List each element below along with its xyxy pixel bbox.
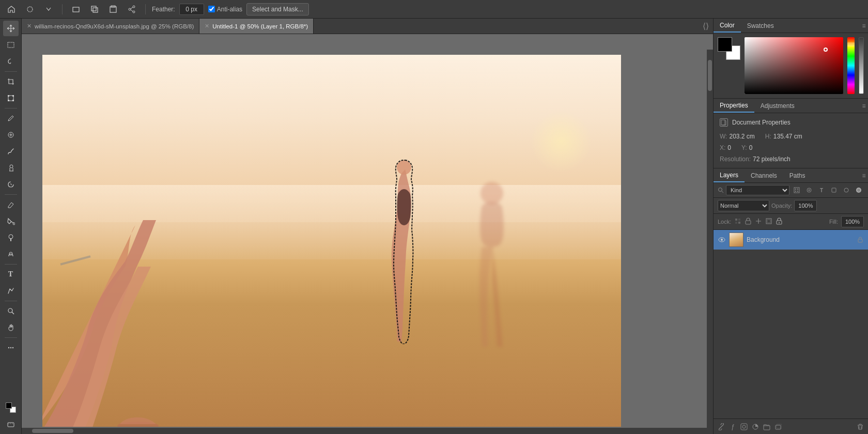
svg-point-6 xyxy=(133,6,135,8)
layer-item-background[interactable]: Background xyxy=(714,230,868,250)
sun-glow xyxy=(530,111,592,173)
eraser-tool[interactable] xyxy=(3,197,19,212)
layers-panel-menu[interactable]: ≡ xyxy=(860,172,868,180)
path-selection-tool[interactable] xyxy=(3,283,19,299)
type-filter-btn[interactable]: T xyxy=(816,185,827,195)
color-panel-menu[interactable]: ≡ xyxy=(860,22,868,30)
x-value: 0 xyxy=(727,144,731,151)
heal-tool[interactable] xyxy=(3,127,19,143)
svg-point-7 xyxy=(129,8,131,10)
paint-bucket-tool[interactable] xyxy=(3,213,19,229)
tab-layers[interactable]: Layers xyxy=(714,168,745,182)
pixel-filter-btn[interactable] xyxy=(792,185,802,195)
lock-bar: Lock: Fill: xyxy=(714,214,868,230)
tool-sep-5 xyxy=(5,301,17,301)
opacity-input[interactable] xyxy=(794,200,817,211)
history-tool[interactable] xyxy=(3,177,19,192)
zoom-tool[interactable] xyxy=(3,303,19,319)
tab-color[interactable]: Color xyxy=(714,19,741,33)
vertical-scrollbar[interactable] xyxy=(707,50,713,434)
layers-kind-filter[interactable]: Kind xyxy=(726,185,789,195)
lock-position-btn[interactable] xyxy=(755,218,762,226)
lock-artboard-btn[interactable] xyxy=(765,218,772,226)
lock-image-btn[interactable] xyxy=(745,218,752,226)
copy-btn[interactable] xyxy=(87,2,102,17)
filter-toggle-btn[interactable] xyxy=(854,185,864,195)
blend-mode-select[interactable]: Normal Multiply Screen Overlay xyxy=(718,200,769,211)
select-mask-button[interactable]: Select and Mask... xyxy=(246,3,309,16)
svg-rect-54 xyxy=(767,220,770,223)
tab-channels[interactable]: Channels xyxy=(745,168,783,182)
brush-tool[interactable] xyxy=(3,144,19,159)
svg-point-29 xyxy=(10,347,11,348)
tab-properties[interactable]: Properties xyxy=(714,99,754,113)
svg-point-28 xyxy=(8,347,9,348)
svg-rect-5 xyxy=(110,7,116,12)
lasso-dropdown-button[interactable] xyxy=(41,2,56,17)
delete-layer-btn[interactable] xyxy=(856,422,865,431)
dodge-tool[interactable] xyxy=(3,230,19,245)
more-tools[interactable] xyxy=(3,340,19,355)
link-layers-btn[interactable] xyxy=(717,422,726,431)
svg-rect-31 xyxy=(8,423,14,427)
edit-quick-mask[interactable] xyxy=(3,416,19,432)
opacity-label: Opacity: xyxy=(771,203,792,209)
main-area: T xyxy=(0,19,868,434)
panels-toggle[interactable]: ⟨⟩ xyxy=(699,19,713,34)
feather-input[interactable] xyxy=(179,4,204,15)
height-value: 135.47 cm xyxy=(773,133,802,140)
color-picker-gradient[interactable] xyxy=(745,37,843,94)
lock-transparent-btn[interactable] xyxy=(734,218,741,226)
fg-bg-colors[interactable] xyxy=(3,400,19,415)
lasso-tool-button[interactable] xyxy=(23,2,37,17)
tab-1[interactable]: ✕ william-recinos-Qnd9uX6d-sM-unsplash.j… xyxy=(22,19,199,34)
lasso-tool[interactable] xyxy=(3,54,19,69)
marquee-tool[interactable] xyxy=(3,37,19,53)
tool-sep-6 xyxy=(5,337,17,338)
share-btn[interactable] xyxy=(125,2,139,17)
blur-tool[interactable] xyxy=(3,246,19,262)
toolbar-sep-2 xyxy=(145,4,146,14)
add-style-btn[interactable]: ƒ xyxy=(728,422,737,431)
canvas-wrapper[interactable] xyxy=(22,34,713,434)
lock-all-btn[interactable] xyxy=(776,218,783,226)
tool-sep-2 xyxy=(5,108,17,109)
alpha-slider[interactable] xyxy=(859,37,864,94)
home-button[interactable] xyxy=(4,2,19,17)
eyedropper-tool[interactable] xyxy=(3,111,19,126)
hand-tool[interactable] xyxy=(3,320,19,335)
anti-alias-checkbox[interactable] xyxy=(208,6,215,12)
paste-btn[interactable] xyxy=(106,2,120,17)
adjustment-filter-btn[interactable] xyxy=(804,185,814,195)
properties-panel-menu[interactable]: ≡ xyxy=(860,102,868,110)
stamp-tool[interactable] xyxy=(3,160,19,176)
tab-paths[interactable]: Paths xyxy=(783,168,812,182)
foreground-color-swatch[interactable] xyxy=(718,37,732,52)
fg-bg-color-boxes[interactable] xyxy=(718,37,740,60)
crop-tool[interactable] xyxy=(3,74,19,89)
layer-visibility-eye[interactable] xyxy=(718,236,726,244)
tab-2[interactable]: ✕ Untitled-1 @ 50% (Layer 1, RGB/8*) xyxy=(199,19,314,34)
add-mask-btn[interactable] xyxy=(739,422,749,431)
scrollbar-thumb-h[interactable] xyxy=(32,429,73,433)
move-tool[interactable] xyxy=(3,21,19,36)
tab-adjustments[interactable]: Adjustments xyxy=(754,99,801,113)
fill-input[interactable] xyxy=(841,216,864,227)
x-label: X: xyxy=(720,144,725,151)
blurred-figure-svg xyxy=(466,179,518,349)
transform-tool[interactable] xyxy=(3,90,19,106)
horizontal-scrollbar[interactable] xyxy=(22,428,707,434)
tab-2-close[interactable]: ✕ xyxy=(205,23,209,29)
hue-slider[interactable] xyxy=(847,37,855,94)
tab-swatches[interactable]: Swatches xyxy=(741,19,780,33)
new-fill-adj-btn[interactable] xyxy=(751,422,760,431)
rect-select-btn[interactable] xyxy=(69,2,83,17)
new-group-btn[interactable] xyxy=(762,422,771,431)
tab-1-close[interactable]: ✕ xyxy=(27,23,32,29)
type-tool[interactable]: T xyxy=(3,267,19,282)
shape-filter-btn[interactable] xyxy=(829,185,839,195)
new-layer-btn[interactable] xyxy=(773,422,783,431)
scrollbar-thumb-v[interactable] xyxy=(708,60,712,91)
smart-filter-btn[interactable] xyxy=(841,185,851,195)
anti-alias-checkbox-group: Anti-alias xyxy=(208,6,242,13)
